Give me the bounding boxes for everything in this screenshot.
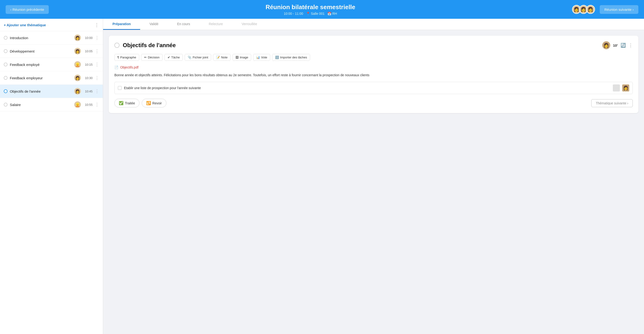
agenda-label: Salaire (10, 103, 72, 107)
decision-button[interactable]: ✏ Décision (141, 54, 163, 61)
tab-verrouillee: Verrouillée (232, 19, 266, 30)
content-area: Préparation Validé En cours Relecture Ve… (103, 19, 644, 334)
agenda-item-menu[interactable]: ⋮ (95, 62, 99, 67)
agenda-item-menu[interactable]: ⋮ (95, 35, 99, 40)
card-more-button[interactable]: ⋮ (628, 43, 633, 48)
tache-button[interactable]: ✔ Tâche (164, 54, 183, 61)
agenda-circle (4, 76, 8, 80)
agenda-avatar: 👩 (74, 75, 81, 81)
meeting-title: Réunion bilatérale semestrielle (266, 4, 355, 11)
card-header: Objectifs de l'année 👩 10′ 🔄 ⋮ (114, 41, 633, 49)
task-avatar-box: 👩 (622, 85, 629, 92)
agenda-item-objectifs[interactable]: Objectifs de l'année 👩 10:45 ⋮ (0, 85, 103, 98)
import-icon: 🔢 (275, 56, 279, 59)
agenda-time: 10:55 (83, 103, 92, 107)
location-icon: 📍 (306, 12, 310, 16)
content-toolbar: ¶ Paragraphe ✏ Décision ✔ Tâche 📎 Fichie… (114, 54, 633, 61)
next-meeting-button[interactable]: Réunion suivante › (600, 5, 638, 14)
agenda-label: Développement (10, 49, 72, 53)
task-assign-box[interactable] (613, 85, 620, 92)
tab-preparation[interactable]: Préparation (103, 19, 140, 30)
agenda-avatar: 👱 (74, 101, 81, 108)
meeting-category: 📅 RH (328, 12, 337, 16)
card-avatar: 👩 (602, 41, 610, 49)
card-footer: ✅ Traitée 🔁 Revoir Thématique suivante › (114, 99, 633, 107)
task-label: Etablir une liste de prospection pour l'… (124, 86, 610, 90)
topic-card: Objectifs de l'année 👩 10′ 🔄 ⋮ ¶ Paragra… (109, 36, 638, 113)
tab-en-cours[interactable]: En cours (168, 19, 200, 30)
importer-taches-button[interactable]: 🔢 Importer des tâches (272, 54, 310, 61)
revoir-icon: 🔁 (146, 101, 151, 105)
task-checkbox[interactable] (118, 86, 122, 90)
card-actions: 👩 10′ 🔄 ⋮ (602, 41, 633, 49)
tab-valide[interactable]: Validé (140, 19, 168, 30)
file-attachment: 📄 Objectifs.pdf (114, 66, 633, 69)
paragraphe-button[interactable]: ¶ Paragraphe (114, 54, 139, 61)
agenda-label: Feedback employeur (10, 76, 72, 80)
agenda-time: 10:45 (83, 90, 92, 93)
agenda-item-menu[interactable]: ⋮ (95, 89, 99, 94)
card-title-row: Objectifs de l'année (114, 42, 176, 49)
vote-icon: 📊 (256, 56, 260, 59)
agenda-item-menu[interactable]: ⋮ (95, 49, 99, 54)
avatar-3: 👩 (586, 5, 595, 14)
task-row: Etablir une liste de prospection pour l'… (114, 82, 633, 94)
check-circle-icon: ✅ (119, 101, 124, 105)
prev-meeting-button[interactable]: ‹ Réunion précédente (6, 5, 49, 14)
agenda-list: Introduction 👩 10:00 ⋮ Développement 👩 1… (0, 31, 103, 334)
agenda-circle (4, 103, 8, 107)
agenda-item-introduction[interactable]: Introduction 👩 10:00 ⋮ (0, 31, 103, 45)
file-name: Objectifs.pdf (120, 66, 138, 69)
agenda-item-feedback-employe[interactable]: Feedback employé 👱 10:15 ⋮ (0, 58, 103, 71)
image-button[interactable]: 🖼 Image (232, 54, 251, 61)
agenda-time: 10:05 (83, 50, 92, 53)
avatar-group: 👩 👩 👩 (572, 5, 595, 14)
agenda-time: 10:15 (83, 63, 92, 66)
next-theme-button[interactable]: Thématique suivante › (591, 99, 633, 107)
agenda-avatar: 👩 (74, 88, 81, 95)
agenda-circle (4, 63, 8, 66)
meeting-time: 10:00 - 11:00 (284, 12, 303, 16)
note-icon: 📝 (216, 56, 220, 59)
paragraphe-icon: ¶ (118, 56, 119, 59)
sidebar-header: + Ajouter une thématique ⋮ (0, 19, 103, 31)
decision-icon: ✏ (144, 56, 147, 59)
agenda-avatar: 👱 (74, 61, 81, 68)
add-theme-button[interactable]: + Ajouter une thématique (4, 23, 46, 27)
note-button[interactable]: 📝 Note (213, 54, 230, 61)
sidebar-menu-button[interactable]: ⋮ (94, 23, 99, 27)
sidebar: + Ajouter une thématique ⋮ Introduction … (0, 19, 103, 334)
content-scroll: Objectifs de l'année 👩 10′ 🔄 ⋮ ¶ Paragra… (103, 30, 644, 334)
card-body-text: Bonne année et objectifs atteints. Félic… (114, 73, 633, 78)
agenda-label: Introduction (10, 36, 72, 40)
meeting-location: 📍 Salle 001 (306, 12, 324, 16)
agenda-item-feedback-employeur[interactable]: Feedback employeur 👩 10:30 ⋮ (0, 71, 103, 85)
card-duration: 10′ (613, 43, 618, 47)
vote-button[interactable]: 📊 Vote (253, 54, 270, 61)
tabs-bar: Préparation Validé En cours Relecture Ve… (103, 19, 644, 30)
card-checkbox[interactable] (114, 43, 120, 48)
footer-left: ✅ Traitée 🔁 Revoir (114, 99, 166, 107)
paperclip-icon: 📎 (188, 56, 192, 59)
calendar-icon: 📅 (328, 12, 331, 16)
header-center: Réunion bilatérale semestrielle 10:00 - … (266, 4, 355, 16)
header: ‹ Réunion précédente Réunion bilatérale … (0, 0, 644, 19)
agenda-item-developpement[interactable]: Développement 👩 10:05 ⋮ (0, 45, 103, 58)
agenda-item-salaire[interactable]: Salaire 👱 10:55 ⋮ (0, 98, 103, 111)
fichier-joint-button[interactable]: 📎 Fichier joint (185, 54, 211, 61)
meeting-details: 10:00 - 11:00 📍 Salle 001 📅 RH (266, 12, 355, 16)
agenda-label: Feedback employé (10, 63, 72, 67)
card-title: Objectifs de l'année (123, 42, 176, 49)
agenda-item-menu[interactable]: ⋮ (95, 75, 99, 81)
agenda-circle (4, 49, 8, 53)
revoir-button[interactable]: 🔁 Revoir (142, 99, 166, 107)
refresh-button[interactable]: 🔄 (620, 43, 626, 48)
agenda-item-menu[interactable]: ⋮ (95, 102, 99, 107)
agenda-time: 10:00 (83, 36, 92, 40)
image-icon: 🖼 (236, 56, 238, 59)
agenda-circle (4, 36, 8, 40)
agenda-avatar: 👩 (74, 48, 81, 55)
tache-icon: ✔ (168, 56, 170, 59)
main-layout: + Ajouter une thématique ⋮ Introduction … (0, 19, 644, 334)
traitee-button[interactable]: ✅ Traitée (114, 99, 140, 107)
